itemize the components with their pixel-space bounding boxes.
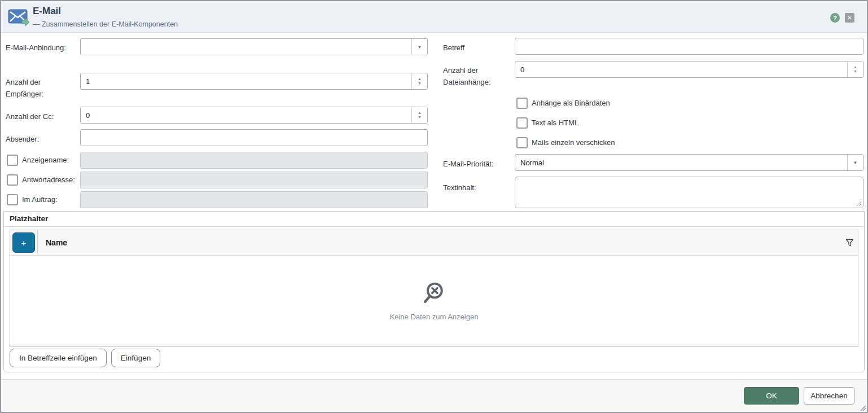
text-content-textarea[interactable] bbox=[515, 177, 863, 208]
spinner-arrows-icon[interactable]: ▲▼ bbox=[847, 61, 863, 77]
recipient-count-label: Anzahl der Empfänger: bbox=[6, 76, 67, 100]
sender-label: Absender: bbox=[6, 133, 73, 145]
reply-address-checkbox[interactable] bbox=[7, 174, 18, 186]
display-name-field bbox=[80, 152, 428, 169]
text-content-field bbox=[515, 177, 863, 208]
on-behalf-input bbox=[81, 192, 427, 208]
subject-field bbox=[515, 38, 863, 55]
send-individually-label: Mails einzeln verschicken bbox=[532, 138, 615, 147]
sender-input[interactable] bbox=[81, 130, 427, 146]
spinner-arrows-icon[interactable]: ▲▼ bbox=[411, 107, 427, 123]
help-icon[interactable]: ? bbox=[830, 13, 840, 23]
send-individually-checkbox[interactable] bbox=[516, 137, 528, 148]
attachment-count-spinner: ▲▼ bbox=[515, 61, 863, 78]
reply-address-field bbox=[80, 172, 428, 188]
subject-input[interactable] bbox=[515, 38, 863, 54]
dialog-footer: OK Abbrechen bbox=[1, 379, 867, 412]
no-data-icon bbox=[422, 281, 446, 305]
on-behalf-label: Im Auftrag: bbox=[22, 195, 58, 204]
email-dialog: E-Mail — Zusammenstellen der E-Mail-Komp… bbox=[0, 0, 868, 413]
insert-button[interactable]: Einfügen bbox=[111, 349, 160, 367]
text-as-html-label: Text als HTML bbox=[532, 118, 578, 127]
attachment-count-input[interactable] bbox=[515, 61, 847, 77]
dialog-resize-grip[interactable] bbox=[860, 405, 866, 411]
subject-label: Betreff bbox=[443, 42, 505, 54]
email-connection-input[interactable] bbox=[81, 39, 411, 55]
text-content-label: Textinhalt: bbox=[443, 182, 511, 194]
cancel-button[interactable]: Abbrechen bbox=[804, 387, 854, 405]
display-name-checkbox[interactable] bbox=[7, 155, 18, 166]
chevron-down-icon[interactable]: ▼ bbox=[411, 39, 427, 55]
resize-grip-icon[interactable] bbox=[856, 201, 862, 206]
add-placeholder-button[interactable]: + bbox=[12, 232, 35, 253]
filter-icon[interactable] bbox=[841, 239, 858, 247]
attachments-binary-checkbox[interactable] bbox=[516, 98, 528, 109]
placeholder-table: + Name Keine Daten zum Anzeigen bbox=[10, 230, 858, 347]
close-icon[interactable]: ✕ bbox=[845, 13, 854, 23]
cc-count-label: Anzahl der Cc: bbox=[6, 111, 73, 122]
placeholder-panel: Platzhalter + Name bbox=[3, 211, 865, 372]
recipient-count-spinner: ▲▼ bbox=[80, 73, 428, 90]
insert-subject-button[interactable]: In Betreffzeile einfügen bbox=[10, 349, 107, 367]
placeholder-table-header: + Name bbox=[10, 230, 858, 256]
placeholder-table-body: Keine Daten zum Anzeigen bbox=[10, 256, 858, 346]
display-name-label: Anzeigename: bbox=[22, 156, 69, 164]
page-title: E-Mail bbox=[33, 6, 61, 17]
reply-address-label: Antwortadresse: bbox=[22, 175, 75, 184]
on-behalf-field bbox=[80, 191, 428, 208]
email-connection-dropdown: ▼ bbox=[80, 38, 428, 55]
text-as-html-checkbox[interactable] bbox=[516, 117, 528, 129]
priority-dropdown: ▼ bbox=[515, 154, 863, 171]
placeholder-buttons: In Betreffzeile einfügen Einfügen bbox=[10, 349, 160, 367]
recipient-count-input[interactable] bbox=[81, 73, 411, 89]
sender-field bbox=[80, 129, 428, 146]
cc-count-spinner: ▲▼ bbox=[80, 107, 428, 124]
priority-label: E-Mail-Priorität: bbox=[443, 158, 511, 170]
name-column-header: Name bbox=[38, 238, 841, 247]
email-icon bbox=[8, 8, 29, 27]
dialog-header: E-Mail — Zusammenstellen der E-Mail-Komp… bbox=[1, 1, 867, 33]
spinner-arrows-icon[interactable]: ▲▼ bbox=[411, 73, 427, 89]
attachment-count-label: Anzahl der Dateianhänge: bbox=[443, 64, 504, 88]
display-name-input bbox=[81, 152, 427, 168]
attachments-binary-label: Anhänge als Binärdaten bbox=[532, 99, 610, 107]
email-connection-label: E-Mail-Anbindung: bbox=[6, 42, 67, 54]
empty-state-text: Keine Daten zum Anzeigen bbox=[390, 313, 479, 321]
placeholder-panel-title: Platzhalter bbox=[4, 212, 864, 227]
page-subtitle: — Zusammenstellen der E-Mail-Komponenten bbox=[33, 20, 178, 28]
ok-button[interactable]: OK bbox=[744, 387, 799, 405]
cc-count-input[interactable] bbox=[81, 107, 411, 123]
reply-address-input bbox=[81, 172, 427, 188]
add-cell: + bbox=[10, 230, 38, 255]
priority-input[interactable] bbox=[515, 155, 847, 170]
on-behalf-checkbox[interactable] bbox=[7, 194, 18, 205]
chevron-down-icon[interactable]: ▼ bbox=[847, 155, 863, 170]
